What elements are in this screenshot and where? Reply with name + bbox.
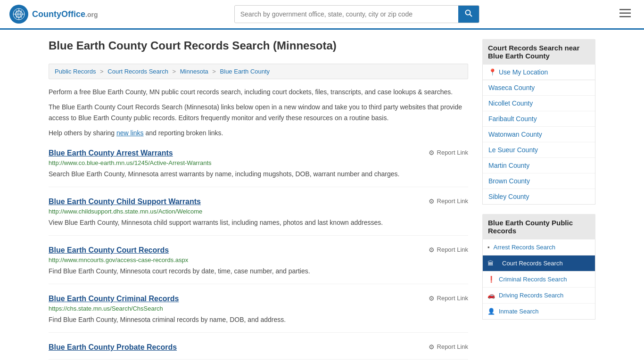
record-type-icon: 🏛	[483, 260, 494, 267]
report-link-button[interactable]: ⚙ Report Link	[429, 149, 468, 156]
nearby-county-link[interactable]: Waseca County	[483, 80, 595, 95]
public-record-item[interactable]: 👤 Inmate Search	[483, 304, 595, 319]
svg-rect-6	[619, 9, 631, 10]
search-button[interactable]	[458, 6, 479, 23]
search-icon	[465, 9, 472, 17]
public-record-link[interactable]: Driving Records Search	[499, 288, 595, 303]
nearby-county-item[interactable]: Waseca County	[483, 80, 595, 96]
logo-area: CountyOffice.org	[9, 5, 98, 24]
search-bar	[234, 5, 479, 23]
report-icon: ⚙	[429, 295, 435, 302]
report-label: Report Link	[437, 295, 468, 302]
logo-text: CountyOffice.org	[32, 9, 98, 19]
public-records-list: ▪ Arrest Records Search 🏛 Court Records …	[482, 239, 595, 320]
nearby-county-item[interactable]: Watonwan County	[483, 127, 595, 142]
new-links[interactable]: new links	[116, 129, 144, 137]
desc3-pre: Help others by sharing	[49, 129, 116, 137]
record-title[interactable]: Blue Earth County Criminal Records	[49, 295, 179, 303]
nearby-section: Court Records Search near Blue Earth Cou…	[482, 39, 595, 205]
use-location-link[interactable]: 📍 Use My Location	[483, 65, 595, 80]
report-link-button[interactable]: ⚙ Report Link	[429, 343, 468, 351]
breadcrumb-link-mn[interactable]: Minnesota	[180, 68, 208, 75]
hamburger-icon	[619, 9, 631, 17]
record-title[interactable]: Blue Earth County Court Records	[49, 246, 169, 255]
breadcrumb-sep-1: >	[100, 68, 105, 75]
menu-button[interactable]	[616, 6, 635, 22]
breadcrumb-link-public[interactable]: Public Records	[55, 68, 96, 75]
nearby-county-item[interactable]: Brown County	[483, 173, 595, 189]
public-record-link[interactable]: Inmate Search	[499, 304, 595, 319]
public-records-header: Blue Earth County Public Records	[482, 214, 595, 239]
public-record-link[interactable]: Criminal Records Search	[499, 272, 595, 287]
breadcrumb-link-county[interactable]: Blue Earth County	[220, 68, 270, 75]
nearby-county-link[interactable]: Martin County	[483, 158, 595, 173]
nearby-county-link[interactable]: Faribault County	[483, 111, 595, 126]
record-title[interactable]: Blue Earth County Child Support Warrants	[49, 197, 201, 206]
svg-point-4	[465, 10, 470, 15]
breadcrumb-link-court[interactable]: Court Records Search	[107, 68, 168, 75]
nearby-counties-list: Waseca CountyNicollet CountyFaribault Co…	[482, 80, 595, 205]
breadcrumb-sep-3: >	[212, 68, 217, 75]
record-url: https://chs.state.mn.us/Search/ChsSearch	[49, 305, 468, 312]
record-desc: Find Blue Earth County, Minnesota court …	[49, 266, 468, 276]
logo-org: .org	[85, 11, 98, 18]
nearby-county-item[interactable]: Nicollet County	[483, 96, 595, 111]
description-3: Help others by sharing new links and rep…	[49, 128, 468, 138]
logo-brand: CountyOffice	[32, 9, 85, 19]
svg-rect-8	[619, 16, 631, 17]
record-header: Blue Earth County Child Support Warrants…	[49, 197, 468, 206]
record-type-icon: 👤	[483, 308, 495, 315]
description-2: The Blue Earth County Court Records Sear…	[49, 102, 468, 123]
record-title[interactable]: Blue Earth County Probate Records	[49, 343, 177, 352]
report-link-button[interactable]: ⚙ Report Link	[429, 197, 468, 205]
nearby-county-item[interactable]: Martin County	[483, 158, 595, 173]
report-icon: ⚙	[429, 246, 435, 254]
nearby-county-link[interactable]: Nicollet County	[483, 96, 595, 111]
record-header: Blue Earth County Court Records ⚙ Report…	[49, 246, 468, 255]
record-item: Blue Earth County Probate Records ⚙ Repo…	[49, 343, 468, 360]
header: CountyOffice.org	[0, 0, 644, 30]
nearby-county-item[interactable]: Sibley County	[483, 189, 595, 204]
record-item: Blue Earth County Criminal Records ⚙ Rep…	[49, 295, 468, 333]
report-icon: ⚙	[429, 343, 435, 351]
records-container: Blue Earth County Arrest Warrants ⚙ Repo…	[49, 149, 468, 360]
nearby-county-link[interactable]: Brown County	[483, 173, 595, 189]
record-url: http://www.co.blue-earth.mn.us/1245/Acti…	[49, 159, 468, 166]
public-record-item[interactable]: ❗ Criminal Records Search	[483, 272, 595, 288]
nearby-county-item[interactable]: Le Sueur County	[483, 142, 595, 158]
public-record-item[interactable]: 🏛 Court Records Search	[483, 255, 595, 272]
svg-line-5	[470, 15, 472, 17]
public-record-link[interactable]: Arrest Records Search	[494, 239, 595, 255]
nearby-county-link[interactable]: Sibley County	[483, 189, 595, 204]
report-link-button[interactable]: ⚙ Report Link	[429, 246, 468, 254]
record-item: Blue Earth County Arrest Warrants ⚙ Repo…	[49, 149, 468, 187]
main-container: Blue Earth County Court Records Search (…	[39, 30, 605, 362]
desc3-post: and reporting broken links.	[144, 129, 223, 137]
record-desc: Find Blue Earth County, Minnesota crimin…	[49, 315, 468, 325]
record-header: Blue Earth County Arrest Warrants ⚙ Repo…	[49, 149, 468, 157]
report-label: Report Link	[437, 197, 468, 205]
breadcrumb: Public Records > Court Records Search > …	[49, 64, 468, 79]
report-icon: ⚙	[429, 149, 435, 156]
nearby-county-item[interactable]: Faribault County	[483, 111, 595, 127]
description-1: Perform a free Blue Earth County, MN pub…	[49, 87, 468, 97]
page-title: Blue Earth County Court Records Search (…	[49, 39, 468, 57]
public-record-item[interactable]: ▪ Arrest Records Search	[483, 239, 595, 255]
record-title[interactable]: Blue Earth County Arrest Warrants	[49, 149, 173, 157]
record-desc: View Blue Earth County, Minnesota child …	[49, 218, 468, 228]
record-type-icon: 🚗	[483, 292, 495, 299]
record-item: Blue Earth County Court Records ⚙ Report…	[49, 246, 468, 284]
use-location-item[interactable]: 📍 Use My Location	[483, 65, 595, 80]
report-icon: ⚙	[429, 197, 435, 205]
nearby-county-link[interactable]: Le Sueur County	[483, 142, 595, 157]
record-type-icon: ❗	[483, 276, 495, 283]
report-link-button[interactable]: ⚙ Report Link	[429, 295, 468, 302]
nearby-county-link[interactable]: Watonwan County	[483, 127, 595, 142]
record-type-icon: ▪	[483, 244, 490, 251]
public-record-link[interactable]: Court Records Search	[497, 255, 595, 271]
record-item: Blue Earth County Child Support Warrants…	[49, 197, 468, 236]
search-input[interactable]	[235, 7, 458, 22]
record-desc: Search Blue Earth County, Minnesota arre…	[49, 169, 468, 179]
public-record-item[interactable]: 🚗 Driving Records Search	[483, 288, 595, 304]
record-header: Blue Earth County Probate Records ⚙ Repo…	[49, 343, 468, 352]
